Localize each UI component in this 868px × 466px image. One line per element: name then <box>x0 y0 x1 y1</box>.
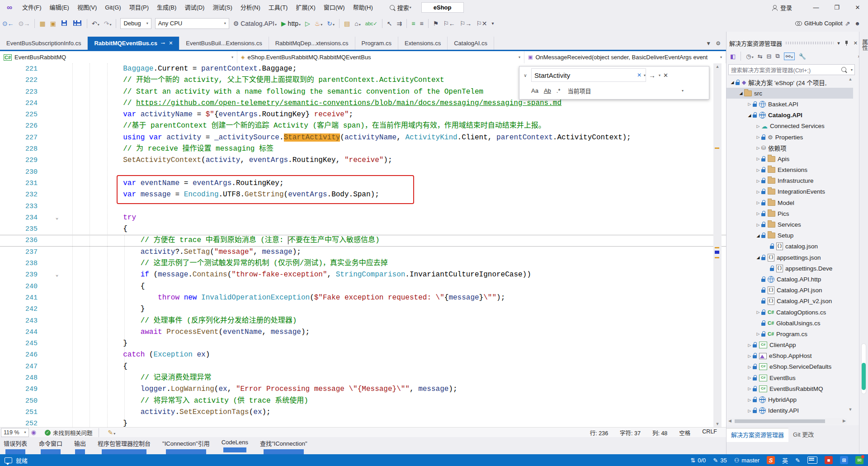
scroll-down-icon[interactable]: ▼ <box>713 422 722 426</box>
properties-wrench-icon[interactable]: 🔧 <box>799 53 806 60</box>
menu-扩展(X)[interactable]: 扩展(X) <box>292 0 319 15</box>
browser-link-button[interactable]: ⌂▾ <box>352 18 363 29</box>
tree-horizontal-scrollbar[interactable]: ◀ ▶ <box>727 418 847 424</box>
code-line-233[interactable]: 233 <box>0 201 726 212</box>
menu-生成(B)[interactable]: 生成(B) <box>153 0 180 15</box>
code-editor[interactable]: 221 Baggage.Current = parentContext.Bagg… <box>0 63 726 427</box>
zoom-select[interactable]: 119 %▾ <box>1 428 29 437</box>
expander-icon[interactable]: ▷ <box>755 190 761 194</box>
expander-icon[interactable]: ▷ <box>755 157 761 161</box>
save-button[interactable] <box>58 18 70 29</box>
tree-item-Pics[interactable]: ▷Pics <box>726 208 853 219</box>
scroll-thumb[interactable] <box>735 419 825 423</box>
search-options-caret[interactable]: ▾ <box>851 68 853 72</box>
find-input[interactable] <box>532 71 635 79</box>
indent-button[interactable]: ⇉ <box>395 18 405 29</box>
find-scope-caret[interactable]: ▾ <box>682 89 684 93</box>
tab-list-icon[interactable]: ▼ <box>706 40 711 47</box>
code-line-245[interactable]: 245 } <box>0 338 726 349</box>
code-line-228[interactable]: 228 // 为 receive 操作设置 messaging 标签 <box>0 143 726 155</box>
code-line-240[interactable]: 240 { <box>0 281 726 292</box>
navbar-member-dropdown[interactable]: ▣ OnMessageReceived(object sender, Basic… <box>524 51 726 63</box>
code-line-246[interactable]: 246 catch (Exception ex) <box>0 349 726 361</box>
tree-item-Catalog.API.json[interactable]: {}Catalog.API.json <box>726 285 853 296</box>
tree-item-Apis[interactable]: ▷Apis <box>726 153 853 164</box>
tab-EventBusBuil...Extensions.cs[interactable]: EventBusBuil...Extensions.cs <box>179 37 269 50</box>
tree-item-CatalogOptions.cs[interactable]: ▷C#CatalogOptions.cs <box>726 307 853 318</box>
startup-project-button[interactable]: ⚙ Catalog.API▾ <box>231 18 279 29</box>
feedback-bubble-icon[interactable] <box>5 457 12 463</box>
tree-item-Basket.API[interactable]: ▷Basket.API <box>726 99 853 109</box>
next-bookmark-button[interactable]: ⚐→ <box>458 18 474 29</box>
expander-icon[interactable]: ◢ <box>729 80 736 85</box>
code-line-244[interactable]: 244 await ProcessEvent(eventName, messag… <box>0 327 726 338</box>
expander-icon[interactable]: ▷ <box>746 354 753 358</box>
menu-视图(V)[interactable]: 视图(V) <box>73 0 101 15</box>
tree-item-EventBusRabbitMQ[interactable]: ▷C#EventBusRabbitMQ <box>726 383 853 394</box>
panel-tab-命令窗口[interactable]: 命令窗口 <box>39 437 62 454</box>
open-file-button[interactable]: ▣ <box>48 18 58 29</box>
panel-tab-错误列表[interactable]: 错误列表 <box>4 437 27 454</box>
code-line-237[interactable]: 237 activity?.SetTag("message", message)… <box>0 247 726 258</box>
tree-item-Setup[interactable]: ◢Setup <box>726 230 853 241</box>
close-tab-icon[interactable]: ✕ <box>169 37 173 50</box>
code-line-229[interactable]: 229 SetActivityContext(activity, eventAr… <box>0 155 726 166</box>
space-indicator[interactable]: 空格 <box>679 428 690 437</box>
ime-pen-icon[interactable]: ✎ <box>795 457 800 464</box>
solution-search[interactable]: 搜索解决方案资源管理器(Ctrl+;) ▾ <box>728 64 855 75</box>
code-line-227[interactable]: 227 using var activity = _activitySource… <box>0 132 726 143</box>
tab-RabbitMQEventBus.cs[interactable]: RabbitMQEventBus.cs⊸✕ <box>88 37 179 50</box>
comment-button[interactable]: ≡ <box>409 18 417 29</box>
gear-icon[interactable]: ⚙ <box>716 40 721 47</box>
code-line-252[interactable]: 252 } <box>0 418 726 427</box>
tab-properties[interactable]: 属性 <box>860 39 868 51</box>
git-branch-status[interactable]: ⚇master <box>734 457 760 464</box>
expander-icon[interactable]: ▷ <box>746 365 753 369</box>
code-line-238[interactable]: 238 // 这里示例了一个测试触发异常的机制 (仅示例/测试)，真实业务中应去… <box>0 258 726 269</box>
copilot-button[interactable]: GitHub Copilot ⇗ ☻ <box>795 18 863 29</box>
close-icon[interactable]: ✕ <box>854 40 858 46</box>
redo-button[interactable]: ↷▾ <box>102 18 114 29</box>
collapse-chevron-icon[interactable]: ⌄ <box>43 212 71 223</box>
sogou-ime-icon[interactable]: S <box>767 456 775 464</box>
code-line-232[interactable]: 232 var message = Encoding.UTF8.GetStrin… <box>0 189 726 200</box>
find-in-files-button[interactable]: ▤ <box>342 18 352 29</box>
navigate-forward-button[interactable]: ⊙→ <box>16 18 33 29</box>
eol-indicator[interactable]: CRLF <box>702 428 717 437</box>
close-button[interactable]: ✕ <box>847 0 868 15</box>
navigate-back-button[interactable]: ⊙← <box>0 18 16 29</box>
feedback-icon[interactable]: ☻ <box>852 18 863 29</box>
expander-icon[interactable]: ▷ <box>755 223 761 227</box>
expander-icon[interactable]: ◢ <box>755 233 761 238</box>
tab-RabbitMqDep...xtensions.cs[interactable]: RabbitMqDep...xtensions.cs <box>269 37 355 50</box>
sign-in-button[interactable]: 登录 <box>772 3 792 12</box>
find-expand-icon[interactable]: ∨ <box>519 73 531 78</box>
code-line-226[interactable]: 226 //基于 parentContext 创建一个新的追踪 Activity… <box>0 120 726 132</box>
tree-item-依赖项[interactable]: ▷⛁依赖项 <box>726 143 853 153</box>
tab-EventBusSubscriptionInfo.cs[interactable]: EventBusSubscriptionInfo.cs <box>0 37 88 50</box>
tree-item-src[interactable]: ◢src <box>726 88 853 99</box>
code-line-247[interactable]: 247 { <box>0 361 726 372</box>
tree-item-appsettings.json[interactable]: ◢{}appsettings.json <box>726 252 853 263</box>
tree-item-IntegrationEvents[interactable]: ▷IntegrationEvents <box>726 186 853 197</box>
tab-Extensions.cs[interactable]: Extensions.cs <box>398 37 448 50</box>
pending-edits-status[interactable]: ✎35 <box>713 457 726 464</box>
tray-icon-blue[interactable]: ⊞ <box>840 456 848 464</box>
collapse-all-icon[interactable]: ⊟ <box>767 53 772 60</box>
save-all-button[interactable] <box>70 18 85 29</box>
editor-scrollbar[interactable]: ▲ ▼ <box>713 63 722 427</box>
panel-tab-"IConnection"引用[interactable]: "IConnection"引用 <box>162 437 210 454</box>
menu-调试(D)[interactable]: 调试(D) <box>180 0 208 15</box>
uncomment-button[interactable]: ≡ <box>417 18 425 29</box>
debug-config-select[interactable]: Debug▾ <box>120 18 151 29</box>
expander-icon[interactable]: ▷ <box>755 310 761 314</box>
tree-item-EventBus[interactable]: ▷C#EventBus <box>726 372 853 383</box>
code-line-236[interactable]: 236 // 方便在 trace 中看到原始消息 (注意: 不要在生产中写入敏感… <box>0 235 726 246</box>
panel-tab-程序包管理器控制台[interactable]: 程序包管理器控制台 <box>98 437 151 454</box>
code-line-248[interactable]: 248 // 记录消费处理异常 <box>0 372 726 384</box>
minimize-button[interactable]: — <box>806 0 826 15</box>
tree-item-Services[interactable]: ▷Services <box>726 219 853 230</box>
code-line-242[interactable]: 242 } <box>0 304 726 315</box>
panel-tab-输出[interactable]: 输出 <box>74 437 86 454</box>
tree-item-Properties[interactable]: ▷⚙Properties <box>726 132 853 143</box>
